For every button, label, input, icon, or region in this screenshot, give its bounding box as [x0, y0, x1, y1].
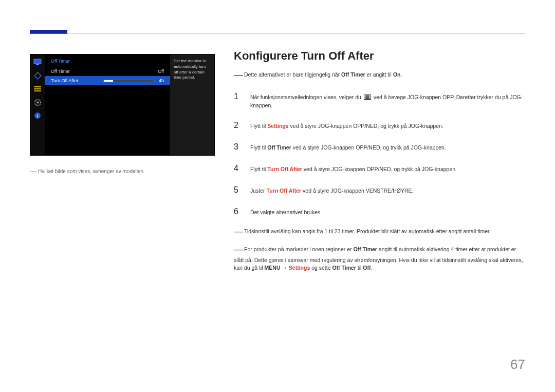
- page-number: 67: [510, 357, 525, 372]
- osd-screenshot: i Off Timer Off Timer Off Turn Off After…: [30, 54, 215, 156]
- osd-row-value: 4h: [159, 78, 164, 83]
- gear-icon: [33, 98, 42, 107]
- osd-row-off-timer: Off Timer Off: [45, 67, 170, 76]
- step-1: 1 Når funksjonstastveiledningen vises, v…: [234, 86, 525, 115]
- picture-icon: [33, 71, 42, 80]
- info-icon: i: [33, 111, 42, 120]
- footnote-1: ―Tidsinnstilt avslåing kan angis fra 1 t…: [234, 225, 525, 238]
- monitor-icon: [33, 58, 42, 67]
- osd-row-label: Turn Off After: [51, 78, 79, 83]
- page-heading: Konfigurere Turn Off After: [234, 49, 525, 63]
- svg-rect-4: [34, 88, 41, 89]
- osd-panel-title: Off Timer: [45, 58, 170, 67]
- osd-help-panel: Set the monitor to automatically turn of…: [170, 54, 214, 155]
- svg-rect-1: [36, 64, 39, 65]
- step-6: 6 Det valgte alternativet brukes.: [234, 201, 525, 222]
- svg-rect-3: [34, 86, 41, 87]
- svg-marker-2: [34, 72, 41, 79]
- menu-icon: [364, 95, 371, 100]
- footnote-2: ―For produkter på markedet i noen region…: [234, 242, 525, 273]
- svg-text:i: i: [37, 113, 39, 119]
- osd-sidebar: i: [30, 54, 45, 155]
- osd-row-value: Off: [158, 69, 164, 74]
- svg-rect-0: [34, 59, 41, 64]
- intro-note: ―Dette alternativet er bare tilgjengelig…: [234, 68, 525, 82]
- step-4: 4 Flytt til Turn Off After ved å styre J…: [234, 158, 525, 179]
- svg-point-7: [36, 101, 39, 103]
- menu-bars-icon: [33, 84, 42, 94]
- content-column: Konfigurere Turn Off After ―Dette altern…: [234, 49, 525, 276]
- osd-row-turn-off-after: Turn Off After 4h: [45, 76, 170, 85]
- footnotes: ―Tidsinnstilt avslåing kan angis fra 1 t…: [234, 225, 525, 273]
- step-3: 3 Flytt til Off Timer ved å styre JOG-kn…: [234, 136, 525, 158]
- osd-row-label: Off Timer: [51, 69, 70, 74]
- osd-slider: [103, 80, 155, 82]
- left-column: i Off Timer Off Timer Off Turn Off After…: [30, 54, 215, 175]
- svg-rect-5: [34, 90, 41, 91]
- header-divider: [30, 33, 525, 33]
- step-2: 2 Flytt til Settings ved å styre JOG-kna…: [234, 115, 525, 136]
- steps-list: 1 Når funksjonstastveiledningen vises, v…: [234, 86, 525, 222]
- osd-main-panel: Off Timer Off Timer Off Turn Off After 4…: [45, 54, 170, 155]
- step-5: 5 Juster Turn Off After ved å styre JOG-…: [234, 179, 525, 201]
- screenshot-caption: ―Hvilket bilde som vises, avhenger av mo…: [30, 167, 215, 175]
